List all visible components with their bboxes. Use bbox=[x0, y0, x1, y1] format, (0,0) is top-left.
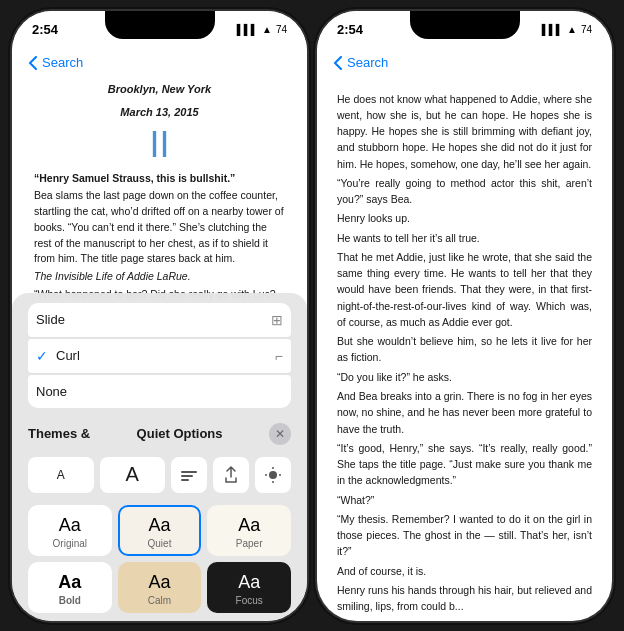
right-para-1: “You’re really going to method actor thi… bbox=[337, 175, 592, 208]
right-para-5: But she wouldn’t believe him, so he lets… bbox=[337, 333, 592, 366]
back-button[interactable]: Search bbox=[28, 55, 83, 70]
curl-inner: ✓ Curl bbox=[36, 348, 80, 364]
theme-focus-aa: Aa bbox=[238, 572, 260, 593]
right-para-0: He does not know what happened to Addie,… bbox=[337, 91, 592, 172]
scroll-option-curl[interactable]: ✓ Curl ⌐ bbox=[28, 339, 291, 374]
book-para-0: “Henry Samuel Strauss, this is bullshit.… bbox=[34, 171, 285, 187]
right-para-3: He wants to tell her it’s all true. bbox=[337, 230, 592, 246]
slide-label: Slide bbox=[36, 312, 65, 327]
right-status-time: 2:54 bbox=[337, 22, 363, 37]
right-para-8: “It’s good, Henry,” she says. “It’s real… bbox=[337, 440, 592, 489]
right-para-10: “My thesis. Remember? I wanted to do it … bbox=[337, 511, 592, 560]
theme-bold[interactable]: Aa Bold bbox=[28, 562, 112, 613]
theme-original-name: Original bbox=[53, 538, 87, 549]
theme-calm[interactable]: Aa Calm bbox=[118, 562, 202, 613]
back-label: Search bbox=[42, 55, 83, 70]
themes-header: Themes & Quiet Options ✕ bbox=[12, 415, 307, 449]
svg-rect-0 bbox=[181, 471, 197, 473]
notch bbox=[105, 11, 215, 39]
curl-check: ✓ bbox=[36, 348, 48, 364]
theme-bold-name: Bold bbox=[59, 595, 81, 606]
brightness-icon bbox=[264, 466, 282, 484]
font-increase-btn[interactable]: A bbox=[100, 457, 166, 493]
right-para-9: “What?” bbox=[337, 492, 592, 508]
right-battery-icon: 74 bbox=[581, 24, 592, 35]
phones-container: 2:54 ▌▌▌ ▲ 74 Search Brooklyn, New York … bbox=[12, 11, 612, 621]
right-phone: 2:54 ▌▌▌ ▲ 74 Search He does not know wh… bbox=[317, 11, 612, 621]
theme-paper-aa: Aa bbox=[238, 515, 260, 536]
right-para-13: ...pay off his student loans, travel a b… bbox=[337, 617, 592, 620]
close-button[interactable]: ✕ bbox=[269, 423, 291, 445]
font-type-btn[interactable] bbox=[171, 457, 207, 493]
signal-icon: ▌▌▌ bbox=[237, 24, 258, 35]
battery-icon: 74 bbox=[276, 24, 287, 35]
font-decrease-btn[interactable]: A bbox=[28, 457, 94, 493]
theme-quiet-name: Quiet bbox=[148, 538, 172, 549]
back-chevron-icon bbox=[28, 56, 38, 70]
right-book-content: He does not know what happened to Addie,… bbox=[317, 81, 612, 621]
svg-point-3 bbox=[269, 471, 277, 479]
right-status-icons: ▌▌▌ ▲ 74 bbox=[542, 24, 592, 35]
slide-icon: ⊞ bbox=[271, 312, 283, 328]
left-nav-bar: Search bbox=[12, 45, 307, 81]
quiet-options-title: Quiet Options bbox=[137, 426, 223, 441]
wifi-icon: ▲ bbox=[262, 24, 272, 35]
left-status-time: 2:54 bbox=[32, 22, 58, 37]
curl-icon: ⌐ bbox=[275, 348, 283, 364]
theme-focus[interactable]: Aa Focus bbox=[207, 562, 291, 613]
theme-paper-name: Paper bbox=[236, 538, 263, 549]
theme-quiet-aa: Aa bbox=[148, 515, 170, 536]
right-back-label: Search bbox=[347, 55, 388, 70]
right-notch bbox=[410, 11, 520, 39]
right-back-button[interactable]: Search bbox=[333, 55, 388, 70]
scroll-option-none[interactable]: None bbox=[28, 375, 291, 408]
themes-grid: Aa Original Aa Quiet Aa Paper Aa Bold bbox=[12, 501, 307, 621]
left-status-icons: ▌▌▌ ▲ 74 bbox=[237, 24, 287, 35]
theme-paper[interactable]: Aa Paper bbox=[207, 505, 291, 556]
book-para-1: Bea slams the last page down on the coff… bbox=[34, 188, 285, 267]
right-para-11: And of course, it is. bbox=[337, 563, 592, 579]
theme-quiet[interactable]: Aa Quiet bbox=[118, 505, 202, 556]
panel-overlay: Slide ⊞ ✓ Curl ⌐ None bbox=[12, 293, 307, 621]
curl-label: Curl bbox=[56, 348, 80, 363]
scroll-option-list: Slide ⊞ ✓ Curl ⌐ None bbox=[28, 303, 291, 409]
book-location: Brooklyn, New York bbox=[34, 81, 285, 98]
svg-rect-1 bbox=[181, 475, 193, 477]
book-date: March 13, 2015 bbox=[34, 104, 285, 121]
share-icon bbox=[224, 466, 238, 484]
right-para-2: Henry looks up. bbox=[337, 210, 592, 226]
themes-title: Themes & bbox=[28, 426, 90, 441]
theme-bold-aa: Aa bbox=[58, 572, 81, 593]
book-chapter: II bbox=[34, 127, 285, 163]
right-back-chevron-icon bbox=[333, 56, 343, 70]
right-signal-icon: ▌▌▌ bbox=[542, 24, 563, 35]
theme-original[interactable]: Aa Original bbox=[28, 505, 112, 556]
right-para-6: “Do you like it?” he asks. bbox=[337, 369, 592, 385]
theme-calm-aa: Aa bbox=[148, 572, 170, 593]
svg-rect-2 bbox=[181, 479, 189, 481]
scroll-option-slide[interactable]: Slide ⊞ bbox=[28, 303, 291, 338]
left-phone: 2:54 ▌▌▌ ▲ 74 Search Brooklyn, New York … bbox=[12, 11, 307, 621]
right-para-7: And Bea breaks into a grin. There is no … bbox=[337, 388, 592, 437]
theme-original-aa: Aa bbox=[59, 515, 81, 536]
fonts-icon bbox=[179, 467, 199, 483]
theme-focus-name: Focus bbox=[236, 595, 263, 606]
theme-calm-name: Calm bbox=[148, 595, 171, 606]
book-para-2: The Invisible Life of Addie LaRue. bbox=[34, 269, 285, 285]
right-nav-bar: Search bbox=[317, 45, 612, 81]
none-label: None bbox=[36, 384, 67, 399]
right-para-4: That he met Addie, just like he wrote, t… bbox=[337, 249, 592, 330]
scroll-options: Slide ⊞ ✓ Curl ⌐ None bbox=[12, 293, 307, 415]
right-wifi-icon: ▲ bbox=[567, 24, 577, 35]
share-btn[interactable] bbox=[213, 457, 249, 493]
font-controls: A A bbox=[12, 449, 307, 501]
right-para-12: Henry runs his hands through his hair, b… bbox=[337, 582, 592, 615]
brightness-btn[interactable] bbox=[255, 457, 291, 493]
